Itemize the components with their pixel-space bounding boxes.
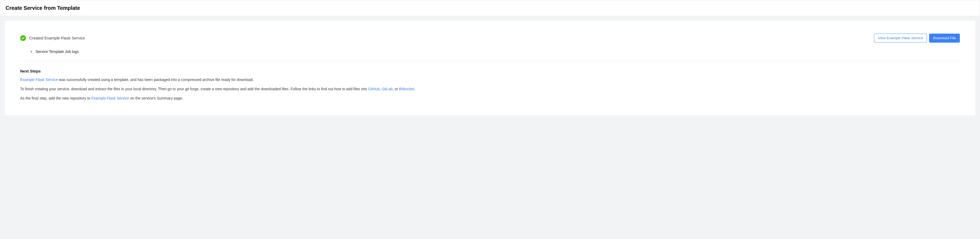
next-steps-paragraph-3: As the final step, add the new repositor…: [20, 95, 960, 101]
text-span: As the final step, add the new repositor…: [20, 96, 91, 100]
chevron-right-icon: [30, 50, 33, 53]
view-service-button[interactable]: View Example Flask Service: [874, 33, 927, 43]
bitbucket-link[interactable]: Bitbucket: [399, 87, 414, 91]
github-link[interactable]: GitHub: [368, 87, 380, 91]
text-span: ,: [380, 87, 382, 91]
status-message: Created Example Flask Service: [29, 36, 85, 40]
page-header: Create Service from Template: [0, 0, 980, 16]
status-left: Created Example Flask Service: [20, 35, 85, 41]
text-span: .: [414, 87, 415, 91]
success-check-icon: [20, 35, 26, 41]
status-row: Created Example Flask Service View Examp…: [20, 33, 960, 43]
text-span: on the service's Summary page.: [129, 96, 183, 100]
download-file-button[interactable]: Download File: [929, 33, 960, 43]
next-steps-section: Next Steps Example Flask Service was suc…: [20, 69, 960, 101]
service-link[interactable]: Example Flask Service: [20, 78, 58, 82]
page-title: Create Service from Template: [6, 5, 974, 11]
content-panel: Created Example Flask Service View Examp…: [5, 21, 975, 116]
logs-expand-row[interactable]: Service Template Job logs: [20, 49, 960, 54]
next-steps-heading: Next Steps: [20, 69, 960, 73]
text-span: To finish creating your service, downloa…: [20, 87, 368, 91]
service-summary-link[interactable]: Example Flask Service: [91, 96, 129, 100]
text-span: , or: [393, 87, 399, 91]
next-steps-paragraph-1: Example Flask Service was successfully c…: [20, 77, 960, 82]
text-span: was successfully created using a templat…: [58, 78, 254, 82]
divider: [20, 61, 960, 62]
gitlab-link[interactable]: GitLab: [382, 87, 393, 91]
action-buttons: View Example Flask Service Download File: [874, 33, 960, 43]
logs-label: Service Template Job logs: [35, 49, 79, 54]
next-steps-paragraph-2: To finish creating your service, downloa…: [20, 86, 960, 92]
